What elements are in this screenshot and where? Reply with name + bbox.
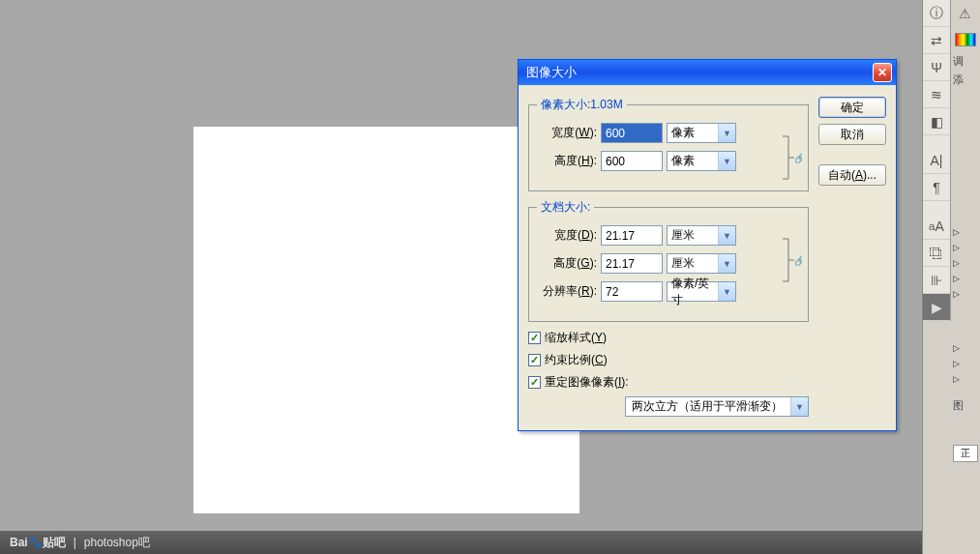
chevron-down-icon: ▼ bbox=[718, 152, 735, 170]
pixel-width-input[interactable] bbox=[601, 123, 663, 143]
clone-icon[interactable]: ⿻ bbox=[923, 240, 950, 267]
doc-height-unit[interactable]: 厘米▼ bbox=[667, 253, 736, 274]
tri-5[interactable]: ▷ bbox=[951, 286, 980, 302]
resolution-input[interactable] bbox=[601, 281, 663, 302]
info-icon[interactable]: ⓘ bbox=[923, 0, 950, 27]
adjust-icon[interactable]: ≋ bbox=[923, 81, 950, 108]
footer: Bai🐾贴吧 | photoshop吧 bbox=[0, 531, 922, 554]
constrain-checkbox[interactable]: ✓ bbox=[528, 354, 541, 366]
styles-icon[interactable]: Ψ bbox=[923, 54, 950, 81]
close-button[interactable]: ✕ bbox=[873, 63, 892, 82]
auto-button[interactable]: 自动(A)... bbox=[818, 164, 886, 186]
resample-label: 重定图像像素(I): bbox=[545, 374, 629, 391]
chevron-down-icon: ▼ bbox=[718, 226, 735, 245]
link-icon[interactable]: 🔗 bbox=[781, 132, 802, 183]
pixel-width-unit[interactable]: 像素▼ bbox=[667, 123, 736, 143]
doc-height-label: 高度(G): bbox=[537, 255, 597, 272]
height-label: 高度(H): bbox=[537, 153, 597, 169]
chevron-down-icon: ▼ bbox=[718, 282, 735, 301]
pixel-legend: 像素大小:1.03M bbox=[537, 97, 627, 113]
mask-icon[interactable]: ◧ bbox=[923, 108, 950, 135]
panel-label-3: 图 bbox=[951, 396, 980, 415]
doc-width-unit[interactable]: 厘米▼ bbox=[667, 225, 736, 246]
image-size-dialog: 图像大小 ✕ 像素大小:1.03M 宽度(W): 像素▼ 高度(H): 像素▼ … bbox=[518, 59, 897, 431]
brush-icon[interactable]: ⊪ bbox=[923, 267, 950, 294]
panel-label-1: 调 bbox=[951, 52, 980, 71]
resolution-label: 分辨率(R): bbox=[537, 283, 597, 300]
doc-legend: 文档大小: bbox=[537, 199, 594, 216]
chevron-down-icon: ▼ bbox=[718, 254, 735, 273]
swatches-icon[interactable]: ⇄ bbox=[923, 27, 950, 54]
scale-styles-checkbox[interactable]: ✓ bbox=[528, 332, 541, 344]
resolution-unit[interactable]: 像素/英寸▼ bbox=[667, 281, 736, 302]
warn-icon[interactable]: ⚠ bbox=[951, 0, 978, 27]
doc-width-input[interactable] bbox=[601, 225, 663, 246]
document-size-group: 文档大小: 宽度(D): 厘米▼ 高度(G): 厘米▼ 分辨率(R): 像素/英… bbox=[528, 199, 809, 322]
play-icon[interactable]: ▶ bbox=[923, 294, 950, 321]
color-swatch[interactable] bbox=[955, 33, 976, 46]
svg-text:🔗: 🔗 bbox=[794, 254, 802, 267]
dialog-title: 图像大小 bbox=[526, 64, 873, 81]
footer-logo: Bai🐾贴吧 bbox=[10, 535, 66, 551]
char-icon[interactable]: A| bbox=[923, 147, 950, 174]
tri-4[interactable]: ▷ bbox=[951, 271, 980, 286]
svg-text:🔗: 🔗 bbox=[794, 152, 802, 164]
para-icon[interactable]: ¶ bbox=[923, 174, 950, 201]
tri-6[interactable]: ▷ bbox=[951, 340, 980, 356]
link-icon[interactable]: 🔗 bbox=[781, 235, 802, 285]
pixel-dimensions-group: 像素大小:1.03M 宽度(W): 像素▼ 高度(H): 像素▼ 🔗 bbox=[528, 97, 809, 191]
tri-8[interactable]: ▷ bbox=[951, 371, 980, 387]
footer-text: photoshop吧 bbox=[84, 535, 150, 551]
constrain-label: 约束比例(C) bbox=[545, 352, 608, 368]
chevron-down-icon: ▼ bbox=[790, 397, 808, 416]
tri-2[interactable]: ▷ bbox=[951, 240, 980, 255]
ok-button[interactable]: 确定 bbox=[818, 97, 886, 118]
pixel-height-input[interactable] bbox=[601, 151, 663, 171]
panel-label-2: 添 bbox=[951, 71, 980, 89]
scale-styles-label: 缩放样式(Y) bbox=[545, 330, 607, 346]
tri-7[interactable]: ▷ bbox=[951, 356, 980, 371]
resample-method-select[interactable]: 两次立方（适用于平滑渐变） ▼ bbox=[625, 396, 809, 417]
pixel-height-unit[interactable]: 像素▼ bbox=[667, 151, 736, 171]
footer-sep: | bbox=[74, 536, 76, 549]
doc-height-input[interactable] bbox=[601, 253, 663, 274]
normal-button[interactable]: 正 bbox=[953, 445, 978, 462]
tri-1[interactable]: ▷ bbox=[951, 224, 980, 240]
titlebar[interactable]: 图像大小 ✕ bbox=[519, 60, 896, 85]
doc-width-label: 宽度(D): bbox=[537, 227, 597, 244]
tri-3[interactable]: ▷ bbox=[951, 255, 980, 271]
width-label: 宽度(W): bbox=[537, 125, 597, 141]
chevron-down-icon: ▼ bbox=[718, 124, 735, 142]
a-icon[interactable]: aA bbox=[923, 213, 950, 240]
resample-checkbox[interactable]: ✓ bbox=[528, 376, 541, 389]
cancel-button[interactable]: 取消 bbox=[818, 124, 886, 145]
right-panel: ⓘ ⇄ Ψ ≋ ◧ A| ¶ aA ⿻ ⊪ ▶ ⚠ 调 添 ▷ ▷ ▷ ▷ ▷ … bbox=[922, 0, 980, 554]
